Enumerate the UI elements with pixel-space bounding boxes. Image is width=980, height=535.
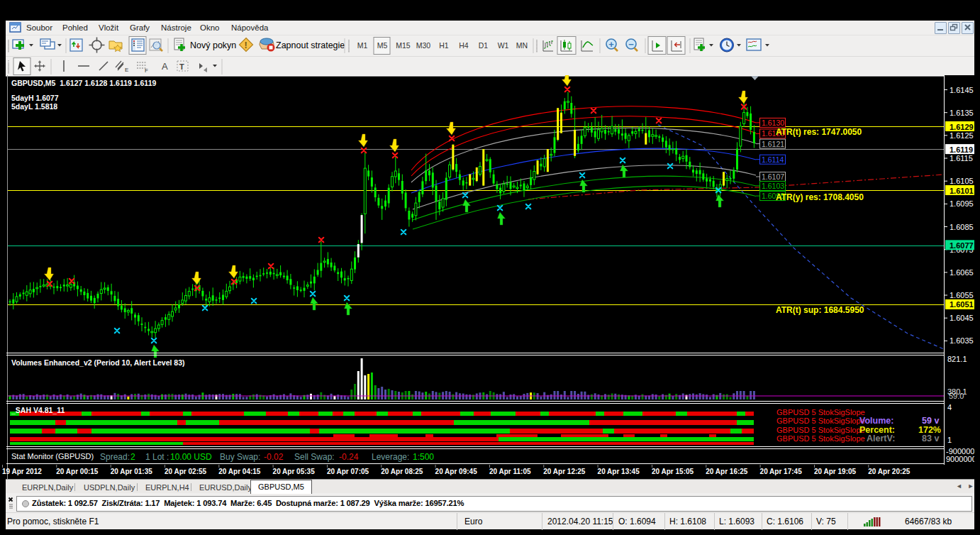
svg-text:9000000: 9000000 (946, 455, 974, 463)
svg-text:H4: H4 (459, 41, 469, 50)
svg-text:Volumes Enhanced_v2 (Period 1: Volumes Enhanced_v2 (Period 10, Alert Le… (11, 358, 185, 367)
svg-text:5dayH 1.6077: 5dayH 1.6077 (11, 94, 59, 102)
svg-text:Spread:: Spread: (100, 452, 130, 462)
svg-text:GBPUSD 5 StokSigSlope: GBPUSD 5 StokSigSlope (776, 417, 865, 425)
svg-text:20 Apr 19:05: 20 Apr 19:05 (814, 468, 857, 475)
svg-text:1.6051: 1.6051 (950, 300, 974, 309)
svg-text:20 Apr 01:35: 20 Apr 01:35 (111, 468, 153, 475)
svg-text:83 v: 83 v (922, 434, 939, 443)
svg-text:+: + (608, 39, 614, 50)
svg-text:A: A (162, 61, 168, 72)
svg-text:2: 2 (130, 452, 135, 462)
svg-text:1.6130: 1.6130 (762, 118, 784, 127)
svg-text:1.6114: 1.6114 (762, 155, 784, 164)
svg-text:20 Apr 20:25: 20 Apr 20:25 (868, 468, 911, 475)
svg-text:5dayL 1.5818: 5dayL 1.5818 (11, 102, 57, 111)
svg-text:GBPUSD,M5 1.6127 1.6128 1.611: GBPUSD,M5 1.6127 1.6128 1.6119 1.6119 (11, 79, 156, 87)
svg-text:Nový pokyn: Nový pokyn (190, 40, 236, 50)
svg-text:1.6055: 1.6055 (950, 291, 974, 299)
svg-text:1.6045: 1.6045 (950, 314, 974, 322)
svg-text:20 Apr 17:45: 20 Apr 17:45 (760, 468, 803, 475)
svg-text:−: − (628, 39, 634, 50)
svg-text:20 Apr 16:25: 20 Apr 16:25 (706, 468, 748, 475)
svg-text:1.6107: 1.6107 (762, 172, 784, 181)
svg-text:Buy Swap:: Buy Swap: (220, 452, 260, 462)
svg-text:20 Apr 11:05: 20 Apr 11:05 (489, 468, 531, 475)
svg-text:1.6095: 1.6095 (950, 199, 974, 208)
svg-text:20 Apr 02:55: 20 Apr 02:55 (165, 468, 207, 475)
svg-text:59.0: 59.0 (949, 392, 964, 400)
svg-text:1.6119: 1.6119 (950, 145, 973, 154)
svg-text:20 Apr 13:45: 20 Apr 13:45 (598, 468, 640, 475)
svg-text:ATR(t) res: 1747.0050: ATR(t) res: 1747.0050 (776, 127, 862, 137)
svg-text:1.6145: 1.6145 (950, 86, 974, 94)
svg-text:Sell Swap:: Sell Swap: (294, 452, 335, 462)
svg-text:1.6129: 1.6129 (950, 123, 974, 131)
svg-text:1.6125: 1.6125 (950, 131, 974, 140)
svg-text:1: 1 (947, 436, 952, 444)
svg-text:M30: M30 (416, 41, 431, 50)
svg-text:1:500: 1:500 (413, 452, 434, 462)
svg-text:1.6035: 1.6035 (950, 336, 974, 345)
svg-text:1.6105: 1.6105 (950, 177, 974, 185)
svg-text:GBPUSD 5 StokSigSlope: GBPUSD 5 StokSigSlope (776, 408, 865, 417)
svg-text:W1: W1 (498, 41, 509, 50)
svg-text:GBPUSD 5 StokSigSlope: GBPUSD 5 StokSigSlope (776, 434, 865, 443)
svg-text:59 v: 59 v (922, 416, 939, 426)
svg-text:1.6085: 1.6085 (950, 223, 974, 231)
svg-text:M15: M15 (396, 41, 411, 50)
svg-text:10.00 USD: 10.00 USD (170, 452, 212, 462)
svg-text:1.6077: 1.6077 (950, 241, 974, 250)
svg-text:1 Lot :: 1 Lot : (145, 452, 169, 462)
svg-text:19 Apr 2012: 19 Apr 2012 (2, 468, 42, 475)
svg-text:1.6135: 1.6135 (950, 109, 974, 117)
svg-text:M1: M1 (357, 41, 368, 50)
svg-text:20 Apr 09:45: 20 Apr 09:45 (435, 468, 478, 475)
svg-text:M5: M5 (377, 41, 388, 50)
svg-text:ATR(t) sup: 1684.5950: ATR(t) sup: 1684.5950 (776, 305, 864, 315)
svg-text:821.1: 821.1 (947, 355, 967, 363)
svg-text:20 Apr 12:25: 20 Apr 12:25 (543, 468, 586, 475)
svg-text:E: E (125, 67, 128, 73)
svg-text:1.6065: 1.6065 (950, 268, 974, 277)
svg-text:1.6101: 1.6101 (950, 187, 974, 195)
svg-text:20 Apr 15:05: 20 Apr 15:05 (652, 468, 694, 475)
svg-text:AlertV:: AlertV: (867, 434, 895, 443)
svg-text:4: 4 (947, 403, 952, 412)
svg-text:ATR(y) res: 1708.4050: ATR(y) res: 1708.4050 (776, 192, 864, 202)
svg-text:_SAH V4.81_11: _SAH V4.81_11 (11, 406, 65, 414)
svg-text:Zapnout strategie: Zapnout strategie (276, 40, 345, 50)
svg-text:MN: MN (516, 41, 528, 50)
svg-text:20 Apr 00:15: 20 Apr 00:15 (56, 468, 99, 475)
svg-text:1.6121: 1.6121 (762, 140, 784, 148)
svg-text:T: T (179, 62, 184, 71)
svg-text:-0.02: -0.02 (264, 452, 284, 462)
svg-text:-0.24: -0.24 (339, 452, 359, 462)
svg-text:20 Apr 04:15: 20 Apr 04:15 (218, 468, 261, 475)
svg-text:Volume:: Volume: (859, 416, 893, 426)
svg-text:1.6103: 1.6103 (762, 182, 784, 190)
svg-text:20 Apr 07:05: 20 Apr 07:05 (327, 468, 369, 475)
svg-text:H1: H1 (439, 41, 449, 50)
svg-text:1.6115: 1.6115 (950, 154, 973, 162)
svg-text:20 Apr 05:35: 20 Apr 05:35 (273, 468, 316, 475)
svg-text:20 Apr 08:25: 20 Apr 08:25 (381, 468, 423, 475)
svg-text:D1: D1 (479, 41, 489, 50)
svg-text:GBPUSD 5 StokSigSlope: GBPUSD 5 StokSigSlope (776, 426, 865, 434)
svg-text:Stat Monitor (GBPUSD): Stat Monitor (GBPUSD) (11, 452, 94, 460)
svg-text:F: F (145, 67, 148, 74)
svg-text:Leverage:: Leverage: (372, 452, 409, 462)
svg-text:!: ! (245, 40, 247, 50)
